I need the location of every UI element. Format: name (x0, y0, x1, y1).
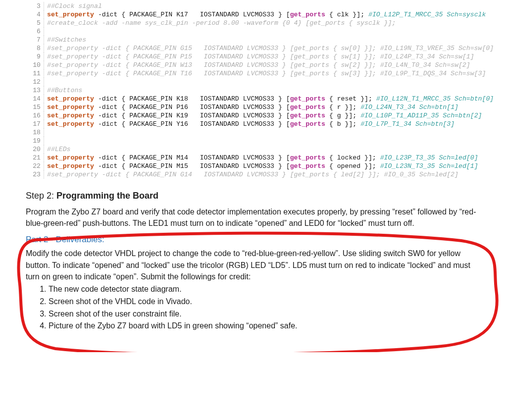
code-text: set_property -dict { PACKAGE_PIN K18 IOS… (47, 95, 494, 103)
line-number: 9 (26, 52, 44, 61)
code-line: 5#create_clock -add -name sys_clk_pin -p… (26, 19, 481, 27)
part2-heading: Part 2 - Deliverables: (26, 235, 481, 245)
code-line: 10#set_property -dict { PACKAGE_PIN W13 … (26, 61, 481, 69)
code-text: set_property -dict { PACKAGE_PIN Y16 IOS… (47, 120, 455, 128)
step2-title: Programming the Board (56, 191, 158, 201)
code-line: 3##Clock signal (26, 2, 481, 10)
code-line: 15set_property -dict { PACKAGE_PIN P16 I… (26, 103, 481, 111)
code-text: set_property -dict { PACKAGE_PIN P16 IOS… (47, 103, 458, 111)
code-line: 18 (26, 128, 481, 137)
code-line: 17set_property -dict { PACKAGE_PIN Y16 I… (26, 120, 481, 128)
code-text (47, 78, 51, 86)
code-text: #set_property -dict { PACKAGE_PIN G15 IO… (47, 44, 494, 52)
line-number: 8 (26, 44, 44, 52)
code-line: 22set_property -dict { PACKAGE_PIN M15 I… (26, 162, 481, 170)
code-text: #set_property -dict { PACKAGE_PIN T16 IO… (47, 69, 486, 78)
code-line: 7##Switches (26, 36, 481, 44)
code-text: #set_property -dict { PACKAGE_PIN P15 IO… (47, 52, 474, 61)
code-line: 4set_property -dict { PACKAGE_PIN K17 IO… (26, 10, 481, 19)
code-line: 19 (26, 137, 481, 145)
line-number: 16 (26, 111, 44, 120)
code-text (47, 137, 51, 145)
code-text: #set_property -dict { PACKAGE_PIN G14 IO… (47, 170, 458, 179)
code-text: ##Switches (47, 36, 86, 44)
code-line: 16set_property -dict { PACKAGE_PIN K19 I… (26, 111, 481, 120)
line-number: 7 (26, 36, 44, 44)
line-number: 3 (26, 2, 44, 10)
code-line: 8#set_property -dict { PACKAGE_PIN G15 I… (26, 44, 481, 52)
code-text: ##Clock signal (47, 2, 102, 10)
step2-body: Program the Zybo Z7 board and verify tha… (26, 206, 481, 229)
code-text: #create_clock -add -name sys_clk_pin -pe… (47, 19, 396, 27)
part2-body: Modify the code detector VHDL project to… (26, 248, 481, 282)
code-line: 12 (26, 78, 481, 86)
code-line: 23#set_property -dict { PACKAGE_PIN G14 … (26, 170, 481, 179)
code-text: ##Buttons (47, 86, 82, 95)
code-line: 20##LEDs (26, 145, 481, 154)
line-number: 20 (26, 145, 44, 154)
line-number: 13 (26, 86, 44, 95)
step2-label: Step 2: (26, 191, 56, 201)
code-line: 11#set_property -dict { PACKAGE_PIN T16 … (26, 69, 481, 78)
code-line: 6 (26, 27, 481, 36)
list-item: Picture of the Zybo Z7 board with LD5 in… (49, 320, 481, 332)
list-item: The new code detector state diagram. (49, 283, 481, 296)
deliverables-section: Part 2 - Deliverables: Modify the code d… (26, 235, 481, 332)
code-text: #set_property -dict { PACKAGE_PIN W13 IO… (47, 61, 470, 69)
line-number: 23 (26, 170, 44, 179)
line-number: 4 (26, 10, 44, 19)
code-text: set_property -dict { PACKAGE_PIN M14 IOS… (47, 154, 478, 162)
code-line: 21set_property -dict { PACKAGE_PIN M14 I… (26, 154, 481, 162)
code-text: set_property -dict { PACKAGE_PIN K17 IOS… (47, 10, 486, 19)
line-number: 12 (26, 78, 44, 86)
code-text: ##LEDs (47, 145, 70, 154)
line-number: 11 (26, 69, 44, 78)
code-text: set_property -dict { PACKAGE_PIN K19 IOS… (47, 111, 482, 120)
code-text: set_property -dict { PACKAGE_PIN M15 IOS… (47, 162, 478, 170)
line-number: 17 (26, 120, 44, 128)
code-line: 9#set_property -dict { PACKAGE_PIN P15 I… (26, 52, 481, 61)
list-item: Screen shot of the user constraint file. (49, 308, 481, 320)
line-number: 22 (26, 162, 44, 170)
deliverables-list: The new code detector state diagram.Scre… (49, 283, 481, 332)
code-text (47, 27, 51, 36)
list-item: Screen shot of the VHDL code in Vivado. (49, 296, 481, 308)
code-line: 14set_property -dict { PACKAGE_PIN K18 I… (26, 95, 481, 103)
line-number: 5 (26, 19, 44, 27)
code-line: 13##Buttons (26, 86, 481, 95)
constraints-code-block: 3##Clock signal4set_property -dict { PAC… (26, 0, 481, 182)
line-number: 6 (26, 27, 44, 36)
line-number: 19 (26, 137, 44, 145)
line-number: 18 (26, 128, 44, 137)
code-text (47, 128, 51, 137)
line-number: 10 (26, 61, 44, 69)
line-number: 14 (26, 95, 44, 103)
step2-heading: Step 2: Programming the Board (26, 191, 481, 201)
line-number: 21 (26, 154, 44, 162)
line-number: 15 (26, 103, 44, 111)
